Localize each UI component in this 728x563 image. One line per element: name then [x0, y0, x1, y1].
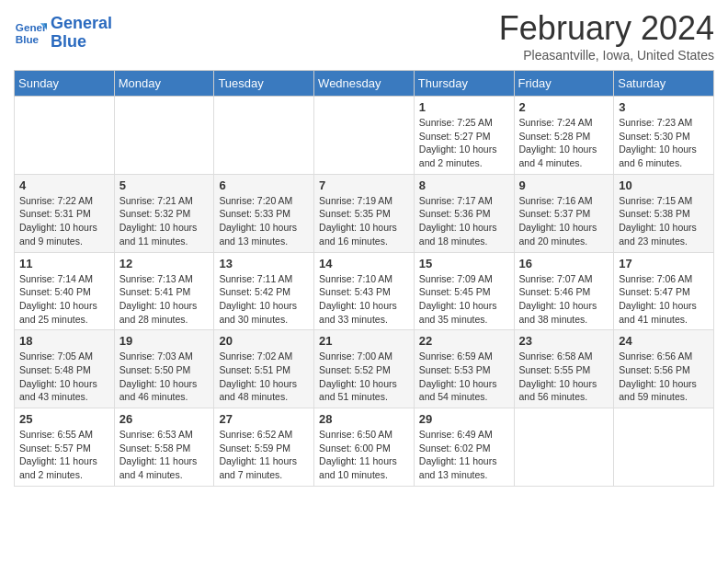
day-info: Sunrise: 6:55 AM Sunset: 5:57 PM Dayligh…: [19, 428, 109, 482]
day-number: 21: [319, 334, 409, 348]
svg-text:General: General: [16, 21, 47, 33]
calendar-cell: 17Sunrise: 7:06 AM Sunset: 5:47 PM Dayli…: [614, 252, 714, 330]
calendar-cell: 3Sunrise: 7:23 AM Sunset: 5:30 PM Daylig…: [614, 97, 714, 175]
day-info: Sunrise: 7:21 AM Sunset: 5:32 PM Dayligh…: [119, 194, 210, 248]
day-number: 27: [219, 412, 309, 426]
day-info: Sunrise: 7:17 AM Sunset: 5:36 PM Dayligh…: [419, 194, 509, 248]
day-info: Sunrise: 6:49 AM Sunset: 6:02 PM Dayligh…: [419, 428, 509, 482]
day-number: 16: [519, 257, 609, 270]
day-info: Sunrise: 6:52 AM Sunset: 5:59 PM Dayligh…: [219, 428, 309, 482]
calendar-cell: [514, 408, 614, 487]
calendar-header-row: SundayMondayTuesdayWednesdayThursdayFrid…: [15, 71, 714, 97]
calendar-week-3: 11Sunrise: 7:14 AM Sunset: 5:40 PM Dayli…: [15, 252, 714, 330]
day-number: 26: [119, 412, 210, 426]
calendar-cell: 2Sunrise: 7:24 AM Sunset: 5:28 PM Daylig…: [514, 97, 614, 175]
calendar-cell: 5Sunrise: 7:21 AM Sunset: 5:32 PM Daylig…: [114, 174, 214, 252]
day-info: Sunrise: 6:53 AM Sunset: 5:58 PM Dayligh…: [119, 428, 210, 482]
calendar-cell: 13Sunrise: 7:11 AM Sunset: 5:42 PM Dayli…: [214, 252, 314, 330]
calendar-cell: 19Sunrise: 7:03 AM Sunset: 5:50 PM Dayli…: [114, 330, 214, 408]
calendar-week-5: 25Sunrise: 6:55 AM Sunset: 5:57 PM Dayli…: [15, 408, 714, 487]
day-number: 12: [119, 257, 210, 270]
day-info: Sunrise: 7:23 AM Sunset: 5:30 PM Dayligh…: [619, 116, 709, 170]
calendar-table: SundayMondayTuesdayWednesdayThursdayFrid…: [14, 70, 714, 487]
calendar-cell: 8Sunrise: 7:17 AM Sunset: 5:36 PM Daylig…: [414, 174, 514, 252]
weekday-header-wednesday: Wednesday: [314, 71, 415, 97]
day-info: Sunrise: 7:22 AM Sunset: 5:31 PM Dayligh…: [19, 194, 109, 248]
day-info: Sunrise: 7:25 AM Sunset: 5:27 PM Dayligh…: [419, 116, 509, 170]
day-number: 4: [19, 178, 109, 192]
day-info: Sunrise: 7:00 AM Sunset: 5:52 PM Dayligh…: [319, 350, 409, 404]
calendar-cell: 26Sunrise: 6:53 AM Sunset: 5:58 PM Dayli…: [114, 408, 214, 487]
calendar-cell: [214, 97, 314, 175]
day-info: Sunrise: 7:20 AM Sunset: 5:33 PM Dayligh…: [219, 194, 309, 248]
day-number: 11: [19, 257, 109, 270]
day-info: Sunrise: 7:16 AM Sunset: 5:37 PM Dayligh…: [519, 194, 609, 248]
calendar-cell: 16Sunrise: 7:07 AM Sunset: 5:46 PM Dayli…: [514, 252, 614, 330]
svg-text:Blue: Blue: [16, 33, 40, 45]
day-number: 25: [19, 412, 109, 426]
day-info: Sunrise: 7:03 AM Sunset: 5:50 PM Dayligh…: [119, 350, 210, 404]
day-info: Sunrise: 7:10 AM Sunset: 5:43 PM Dayligh…: [319, 272, 409, 327]
logo: General Blue General Blue: [14, 15, 112, 52]
calendar-cell: 22Sunrise: 6:59 AM Sunset: 5:53 PM Dayli…: [414, 330, 514, 408]
day-number: 7: [319, 178, 409, 192]
calendar-cell: 23Sunrise: 6:58 AM Sunset: 5:55 PM Dayli…: [514, 330, 614, 408]
weekday-header-friday: Friday: [514, 71, 614, 97]
day-number: 17: [619, 257, 709, 270]
calendar-cell: [15, 97, 115, 175]
day-info: Sunrise: 7:07 AM Sunset: 5:46 PM Dayligh…: [519, 272, 609, 327]
calendar-cell: 7Sunrise: 7:19 AM Sunset: 5:35 PM Daylig…: [314, 174, 415, 252]
calendar-cell: 15Sunrise: 7:09 AM Sunset: 5:45 PM Dayli…: [414, 252, 514, 330]
calendar-cell: 9Sunrise: 7:16 AM Sunset: 5:37 PM Daylig…: [514, 174, 614, 252]
day-number: 9: [519, 178, 609, 192]
calendar-cell: 25Sunrise: 6:55 AM Sunset: 5:57 PM Dayli…: [15, 408, 115, 487]
day-info: Sunrise: 6:56 AM Sunset: 5:56 PM Dayligh…: [619, 350, 709, 404]
day-info: Sunrise: 7:11 AM Sunset: 5:42 PM Dayligh…: [219, 272, 309, 327]
day-number: 14: [319, 257, 409, 270]
day-number: 2: [519, 100, 609, 114]
day-number: 23: [519, 334, 609, 348]
weekday-header-tuesday: Tuesday: [214, 71, 314, 97]
calendar-cell: [614, 408, 714, 487]
calendar-cell: 28Sunrise: 6:50 AM Sunset: 6:00 PM Dayli…: [314, 408, 415, 487]
day-number: 13: [219, 257, 309, 270]
day-number: 28: [319, 412, 409, 426]
day-info: Sunrise: 7:15 AM Sunset: 5:38 PM Dayligh…: [619, 194, 709, 248]
calendar-cell: [114, 97, 214, 175]
day-info: Sunrise: 7:14 AM Sunset: 5:40 PM Dayligh…: [19, 272, 109, 327]
calendar-cell: 12Sunrise: 7:13 AM Sunset: 5:41 PM Dayli…: [114, 252, 214, 330]
calendar-cell: 14Sunrise: 7:10 AM Sunset: 5:43 PM Dayli…: [314, 252, 415, 330]
day-info: Sunrise: 7:13 AM Sunset: 5:41 PM Dayligh…: [119, 272, 210, 327]
day-number: 1: [419, 100, 509, 114]
day-info: Sunrise: 7:05 AM Sunset: 5:48 PM Dayligh…: [19, 350, 109, 404]
logo-icon: General Blue: [14, 17, 47, 50]
day-number: 10: [619, 178, 709, 192]
day-number: 22: [419, 334, 509, 348]
calendar-cell: 29Sunrise: 6:49 AM Sunset: 6:02 PM Dayli…: [414, 408, 514, 487]
day-number: 20: [219, 334, 309, 348]
day-number: 3: [619, 100, 709, 114]
calendar-cell: 27Sunrise: 6:52 AM Sunset: 5:59 PM Dayli…: [214, 408, 314, 487]
day-info: Sunrise: 7:19 AM Sunset: 5:35 PM Dayligh…: [319, 194, 409, 248]
day-info: Sunrise: 6:50 AM Sunset: 6:00 PM Dayligh…: [319, 428, 409, 482]
day-info: Sunrise: 7:09 AM Sunset: 5:45 PM Dayligh…: [419, 272, 509, 327]
day-number: 24: [619, 334, 709, 348]
day-number: 19: [119, 334, 210, 348]
calendar-cell: 1Sunrise: 7:25 AM Sunset: 5:27 PM Daylig…: [414, 97, 514, 175]
calendar-cell: 20Sunrise: 7:02 AM Sunset: 5:51 PM Dayli…: [214, 330, 314, 408]
logo-text: General Blue: [51, 15, 112, 52]
day-number: 8: [419, 178, 509, 192]
day-info: Sunrise: 6:58 AM Sunset: 5:55 PM Dayligh…: [519, 350, 609, 404]
page-header: General Blue General Blue February 2024 …: [14, 9, 714, 63]
day-info: Sunrise: 7:02 AM Sunset: 5:51 PM Dayligh…: [219, 350, 309, 404]
weekday-header-thursday: Thursday: [414, 71, 514, 97]
calendar-week-2: 4Sunrise: 7:22 AM Sunset: 5:31 PM Daylig…: [15, 174, 714, 252]
calendar-cell: 6Sunrise: 7:20 AM Sunset: 5:33 PM Daylig…: [214, 174, 314, 252]
day-number: 18: [19, 334, 109, 348]
weekday-header-monday: Monday: [114, 71, 214, 97]
location: Pleasantville, Iowa, United States: [499, 48, 714, 63]
calendar-week-1: 1Sunrise: 7:25 AM Sunset: 5:27 PM Daylig…: [15, 97, 714, 175]
weekday-header-sunday: Sunday: [15, 71, 115, 97]
day-number: 29: [419, 412, 509, 426]
calendar-cell: 21Sunrise: 7:00 AM Sunset: 5:52 PM Dayli…: [314, 330, 415, 408]
